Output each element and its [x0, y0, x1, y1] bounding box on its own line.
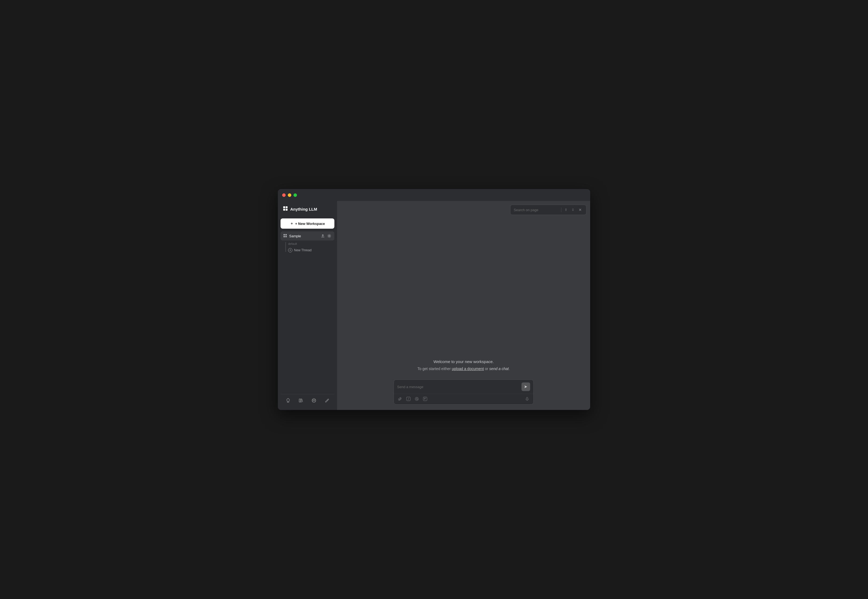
svg-rect-0 [283, 206, 285, 208]
svg-rect-3 [286, 209, 288, 211]
workspace-item-sample[interactable]: Sample [281, 231, 334, 241]
message-toolbar [394, 394, 533, 404]
connector-line [285, 242, 286, 252]
svg-rect-5 [285, 234, 287, 235]
slash-command-button[interactable] [405, 396, 411, 402]
svg-point-8 [329, 235, 330, 236]
workspace-name-label: Sample [289, 234, 318, 238]
send-button[interactable] [521, 382, 530, 391]
logo-area: Anything LLM [281, 204, 334, 214]
upload-document-link[interactable]: upload a document [452, 367, 484, 371]
attach-button[interactable] [397, 396, 403, 402]
sidebar-footer [281, 394, 334, 407]
mic-button[interactable] [524, 396, 530, 402]
message-input-container [393, 379, 534, 405]
svg-rect-10 [299, 399, 300, 402]
workspace-grid-icon [283, 234, 287, 238]
mention-button[interactable] [414, 396, 420, 402]
new-workspace-button[interactable]: ＋ + New Workspace [281, 218, 334, 229]
maximize-button[interactable] [293, 193, 297, 197]
plus-icon: ＋ [290, 221, 293, 226]
svg-rect-11 [300, 399, 302, 402]
thread-content: default + New Thread [288, 242, 334, 253]
text-format-button[interactable] [422, 396, 428, 402]
minimize-button[interactable] [288, 193, 291, 197]
search-prev-button[interactable]: ⇧ [563, 208, 568, 212]
svg-rect-2 [283, 209, 285, 211]
new-workspace-label: + New Workspace [295, 222, 325, 226]
workspace-settings-button[interactable] [327, 233, 332, 238]
svg-rect-19 [527, 397, 528, 399]
svg-rect-4 [284, 234, 285, 235]
title-bar: v1.6.9-dev [278, 189, 590, 201]
svg-point-17 [416, 398, 417, 400]
svg-point-14 [314, 399, 315, 400]
message-input-row [394, 380, 533, 394]
library-button[interactable] [297, 396, 305, 405]
send-chat-text: send a chat [489, 367, 509, 371]
tools-button[interactable] [323, 396, 331, 405]
search-close-button[interactable]: ✕ [578, 207, 583, 212]
welcome-section: Welcome to your new workspace. To get st… [417, 359, 510, 371]
new-thread-plus-icon: + [288, 248, 292, 252]
welcome-title: Welcome to your new workspace. [417, 359, 510, 364]
svg-point-13 [312, 399, 314, 400]
welcome-suffix: . [509, 367, 510, 371]
thread-connector: default + New Thread [285, 242, 334, 253]
new-thread-label: New Thread [294, 248, 311, 252]
svg-rect-6 [284, 236, 285, 237]
sidebar: Anything LLM ＋ + New Workspace Sample [278, 201, 337, 410]
svg-point-16 [415, 397, 418, 400]
welcome-prefix: To get started either [417, 367, 452, 371]
welcome-subtitle: To get started either upload a document … [417, 367, 510, 371]
new-thread-button[interactable]: + New Thread [288, 247, 334, 253]
app-title: Anything LLM [290, 207, 317, 211]
message-input[interactable] [397, 385, 521, 389]
main-panel: ⇧ ⇩ ✕ Welcome to your new workspace. To … [337, 201, 590, 410]
search-overlay: ⇧ ⇩ ✕ [510, 205, 586, 215]
default-thread-label: default [288, 242, 334, 247]
app-window: v1.6.9-dev Anything LLM ＋ + [278, 189, 590, 410]
chat-area: Welcome to your new workspace. To get st… [337, 201, 590, 410]
svg-rect-7 [285, 236, 287, 237]
close-button[interactable] [282, 193, 286, 197]
main-content: Anything LLM ＋ + New Workspace Sample [278, 201, 590, 410]
traffic-lights [282, 193, 297, 197]
workspace-upload-button[interactable] [320, 233, 325, 238]
community-button[interactable] [310, 396, 318, 405]
welcome-middle: or [484, 367, 489, 371]
thread-section: default + New Thread [281, 241, 334, 253]
agent-button[interactable] [284, 396, 292, 405]
svg-rect-1 [286, 206, 288, 208]
search-next-button[interactable]: ⇩ [571, 208, 575, 212]
logo-icon [283, 206, 288, 212]
workspace-actions [320, 233, 332, 238]
search-input[interactable] [514, 208, 559, 212]
